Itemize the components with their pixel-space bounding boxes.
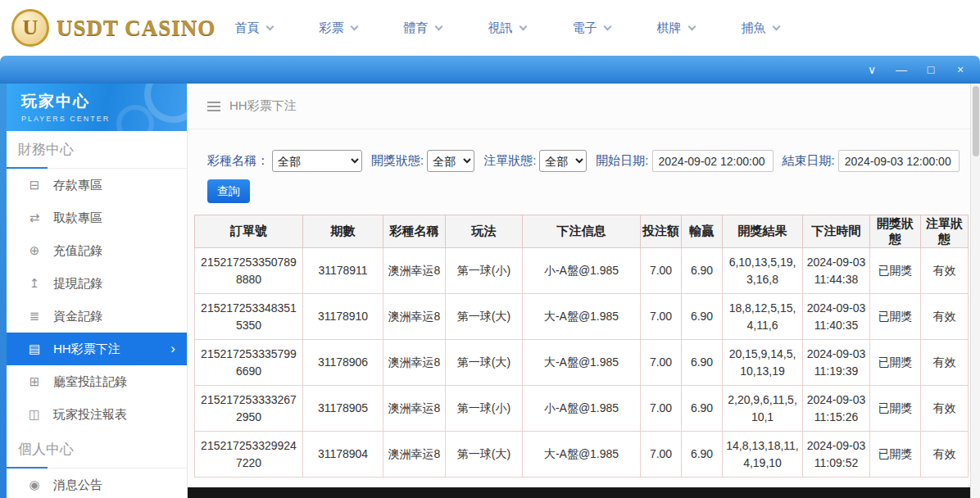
cashout-icon: ↥ xyxy=(26,276,43,291)
cell-win-loss: 6.90 xyxy=(682,294,723,340)
table-header-row: 訂單號 期數 彩種名稱 玩法 下注信息 投注額 輸贏 開獎結果 下注時間 開獎狀… xyxy=(195,215,969,248)
sidebar-item-deposit[interactable]: ⊟ 存款專區 xyxy=(7,169,187,201)
order-status-select[interactable]: 全部 xyxy=(539,150,587,172)
nav-label: 視訊 xyxy=(488,20,513,36)
cell-draw-result: 18,8,12,5,15,4,11,6 xyxy=(723,294,803,340)
funds-icon: ≣ xyxy=(26,309,43,324)
cell-order-status: 有效 xyxy=(921,340,969,386)
collapse-icon[interactable]: ∨ xyxy=(865,63,878,76)
cell-win-loss: 6.90 xyxy=(682,248,723,294)
chevron-down-icon xyxy=(350,22,358,30)
cell-bet-time: 2024-09-03 11:40:35 xyxy=(803,294,870,340)
cell-order-no: 2152172533299247220 xyxy=(195,432,303,478)
minimize-icon[interactable]: — xyxy=(895,63,908,76)
sidebar-item-player-bet-report[interactable]: ◫ 玩家投注報表 xyxy=(7,398,187,431)
sidebar-item-label: 充值記錄 xyxy=(53,243,102,259)
player-center-banner: 玩家中心 PLAYERS CENTER xyxy=(7,84,187,131)
table-row: 2152172533299247220 31178904 澳洲幸运8 第一球(大… xyxy=(195,432,969,478)
close-icon[interactable]: × xyxy=(954,63,967,76)
cell-order-status: 有效 xyxy=(921,386,969,432)
cell-draw-status: 已開獎 xyxy=(870,340,921,386)
sidebar-item-withdraw[interactable]: ⇄ 取款專區 xyxy=(7,201,187,234)
cell-bet-info: 小-A盤@1.985 xyxy=(523,386,641,432)
nav-item-boardgames[interactable]: 棋牌 xyxy=(633,0,718,56)
scrollbar-thumb[interactable] xyxy=(973,86,979,156)
cell-draw-result: 6,10,13,5,19,3,16,8 xyxy=(723,248,803,294)
nav-label: 首頁 xyxy=(235,20,260,36)
end-date-input[interactable] xyxy=(838,150,960,172)
col-draw-status: 開獎狀態 xyxy=(870,215,921,248)
logo-badge-icon: U xyxy=(11,9,49,47)
app-window: ∨ — □ × 玩家中心 PLAYERS CENTER 財務中心 ⊟ 存款專區 xyxy=(0,56,980,498)
withdraw-icon: ⇄ xyxy=(26,211,43,225)
sidebar: 玩家中心 PLAYERS CENTER 財務中心 ⊟ 存款專區 ⇄ 取款專區 ⊕… xyxy=(7,84,187,498)
search-row: 查詢 xyxy=(188,179,970,203)
nav-item-fishing[interactable]: 捕魚 xyxy=(718,0,802,56)
table-row: 2152172533507898880 31178911 澳洲幸运8 第一球(小… xyxy=(195,248,969,294)
chevron-down-icon xyxy=(603,22,611,30)
cell-order-status: 有效 xyxy=(921,294,969,340)
cell-play-type: 第一球(大) xyxy=(446,432,523,478)
cell-bet-time: 2024-09-03 11:44:38 xyxy=(803,248,870,294)
cell-period: 31178910 xyxy=(303,294,383,340)
bets-table-wrap: 訂單號 期數 彩種名稱 玩法 下注信息 投注額 輸贏 開獎結果 下注時間 開獎狀… xyxy=(194,215,967,478)
chevron-down-icon xyxy=(265,22,274,30)
cell-lottery-name: 澳洲幸运8 xyxy=(383,432,446,478)
nav-label: 電子 xyxy=(573,20,597,36)
nav-item-live[interactable]: 視訊 xyxy=(465,0,549,56)
logo-text: USDT CASINO xyxy=(57,16,216,41)
nav-label: 捕魚 xyxy=(742,20,766,36)
draw-status-select[interactable]: 全部 xyxy=(427,150,474,172)
site-header: U USDT CASINO 首頁 彩票 體育 視訊 電子 棋牌 捕魚 xyxy=(0,0,980,56)
cell-bet-amount: 7.00 xyxy=(641,340,682,386)
cell-period: 31178904 xyxy=(303,432,383,478)
cell-draw-result: 20,15,9,14,5,10,13,19 xyxy=(723,340,803,386)
deposit-icon: ⊟ xyxy=(26,178,43,192)
cell-bet-amount: 7.00 xyxy=(641,386,682,432)
chevron-down-icon xyxy=(434,22,442,30)
bets-table: 訂單號 期數 彩種名稱 玩法 下注信息 投注額 輸贏 開獎結果 下注時間 開獎狀… xyxy=(194,215,969,478)
section-finance-center: 財務中心 xyxy=(7,131,187,169)
lottery-icon: ▤ xyxy=(26,342,43,356)
nav-item-home[interactable]: 首頁 xyxy=(211,0,296,56)
page-title: HH彩票下注 xyxy=(229,98,297,114)
col-bet-time: 下注時間 xyxy=(803,215,870,248)
lottery-name-select[interactable]: 全部 xyxy=(272,150,362,172)
window-titlebar: ∨ — □ × xyxy=(0,56,980,84)
table-row: 2152172533357996690 31178906 澳洲幸运8 第一球(大… xyxy=(195,340,969,386)
cell-play-type: 第一球(小) xyxy=(446,248,523,294)
cell-order-status: 有效 xyxy=(921,432,969,478)
start-date-input[interactable] xyxy=(652,150,774,172)
cell-order-no: 2152172533332672950 xyxy=(195,386,303,432)
announcement-icon: ◉ xyxy=(26,478,43,492)
sidebar-item-label: 廳室投註記錄 xyxy=(53,374,127,390)
col-draw-result: 開獎結果 xyxy=(723,215,803,248)
cell-lottery-name: 澳洲幸运8 xyxy=(383,248,446,294)
nav-item-lottery[interactable]: 彩票 xyxy=(296,0,380,56)
sidebar-item-room-bet-records[interactable]: ⊞ 廳室投註記錄 xyxy=(7,365,187,398)
search-button[interactable]: 查詢 xyxy=(207,179,250,203)
nav-item-sports[interactable]: 體育 xyxy=(380,0,465,56)
maximize-icon[interactable]: □ xyxy=(924,63,937,76)
cell-order-no: 2152172533507898880 xyxy=(195,248,303,294)
cell-draw-status: 已開獎 xyxy=(870,432,921,478)
room-records-icon: ⊞ xyxy=(26,374,43,389)
menu-icon[interactable] xyxy=(207,102,220,111)
report-icon: ◫ xyxy=(26,407,43,422)
col-order-status: 注單狀態 xyxy=(921,215,969,248)
sidebar-item-announcements[interactable]: ◉ 消息公告 xyxy=(7,469,187,498)
chevron-down-icon xyxy=(687,22,696,30)
col-bet-info: 下注信息 xyxy=(523,215,641,248)
col-bet-amount: 投注額 xyxy=(641,215,682,248)
sidebar-item-hh-lottery-bets[interactable]: ▤ HH彩票下注 › xyxy=(7,333,187,365)
sidebar-item-funds-records[interactable]: ≣ 資金記錄 xyxy=(7,300,187,333)
col-order-no: 訂單號 xyxy=(195,215,303,248)
vertical-scrollbar[interactable] xyxy=(970,84,980,498)
sidebar-item-recharge-records[interactable]: ⊕ 充值記錄 xyxy=(7,234,187,267)
cell-win-loss: 6.90 xyxy=(682,340,723,386)
content-bottom-strip xyxy=(188,487,970,498)
nav-item-slots[interactable]: 電子 xyxy=(549,0,633,56)
nav-label: 體育 xyxy=(404,20,429,36)
site-logo[interactable]: U USDT CASINO xyxy=(11,9,216,47)
sidebar-item-cashout-records[interactable]: ↥ 提現記錄 xyxy=(7,267,187,300)
